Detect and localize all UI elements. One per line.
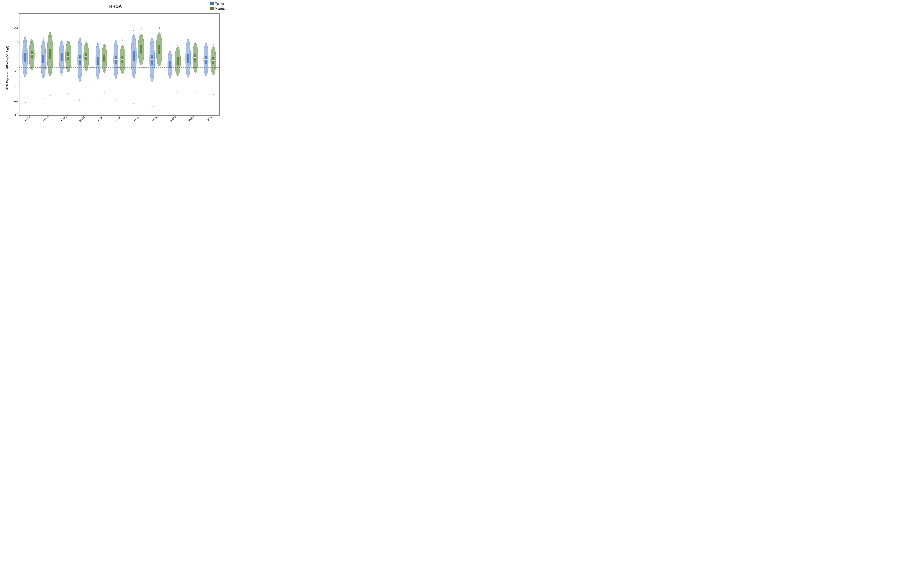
svg-point-95 — [133, 101, 134, 102]
legend-normal: Normal — [210, 7, 225, 10]
violin-coad-tumor — [59, 40, 64, 76]
svg-text:PRAD: PRAD — [170, 115, 177, 122]
svg-point-74 — [97, 99, 98, 100]
violin-ucec-tumor — [204, 42, 208, 100]
svg-text:13.0: 13.0 — [13, 70, 18, 73]
violin-prad-normal — [175, 45, 181, 93]
svg-point-125 — [188, 98, 189, 98]
svg-text:13.5: 13.5 — [13, 56, 18, 58]
svg-text:THCA: THCA — [188, 115, 195, 122]
svg-text:COAD: COAD — [60, 115, 68, 122]
violin-kich-tumor — [96, 43, 100, 100]
svg-point-35 — [25, 102, 26, 103]
violin-lusc-normal — [156, 27, 162, 66]
svg-text:12.5: 12.5 — [13, 85, 18, 87]
violin-hnsc-normal — [84, 42, 89, 71]
svg-text:12.0: 12.0 — [13, 99, 18, 102]
normal-color-box — [210, 7, 214, 10]
svg-point-120 — [177, 92, 178, 93]
svg-point-139 — [213, 44, 214, 45]
violin-blca-tumor — [23, 37, 27, 103]
violin-hnsc-tumor — [78, 37, 82, 101]
y-axis-label: mRNA Expression (RNASeq V2, log2) — [6, 53, 9, 91]
violin-kirc-tumor — [113, 40, 118, 100]
svg-point-119 — [177, 45, 178, 45]
plot-svg: 14.5 14.0 13.5 13.0 12.5 12.0 11.5 BLCA … — [13, 11, 225, 127]
svg-text:UCEC: UCEC — [206, 115, 213, 122]
svg-point-65 — [79, 98, 80, 98]
svg-point-60 — [68, 93, 69, 94]
violin-luad-normal — [138, 28, 144, 65]
svg-text:HNSC: HNSC — [79, 115, 86, 122]
svg-text:14.5: 14.5 — [13, 26, 18, 29]
svg-text:BRCA: BRCA — [42, 115, 49, 122]
svg-point-80 — [104, 92, 105, 93]
svg-text:LUSC: LUSC — [152, 115, 158, 122]
normal-label: Normal — [215, 7, 225, 10]
svg-text:KICH: KICH — [97, 116, 104, 122]
violin-lusc-tumor — [150, 37, 155, 110]
chart-container: RHOA Tumor Normal mRNA Expression (RNASe… — [0, 0, 231, 144]
violin-kirc-normal — [120, 40, 125, 74]
violin-kich-normal — [102, 44, 107, 93]
violin-thca-tumor — [186, 39, 191, 98]
violin-prad-tumor — [168, 45, 172, 89]
svg-point-44 — [43, 38, 44, 39]
svg-point-96 — [134, 103, 134, 104]
violin-group — [23, 27, 216, 110]
svg-rect-102 — [151, 55, 153, 65]
legend: Tumor Normal — [210, 2, 225, 10]
violin-blca-normal — [29, 39, 34, 70]
svg-point-55 — [61, 75, 62, 76]
svg-point-85 — [115, 99, 116, 100]
svg-text:11.5: 11.5 — [13, 114, 18, 116]
svg-point-110 — [159, 27, 160, 28]
chart-title: RHOA — [0, 4, 231, 9]
svg-point-130 — [195, 92, 196, 93]
violin-coad-normal — [65, 41, 71, 94]
svg-text:14.0: 14.0 — [13, 41, 18, 44]
svg-rect-62 — [79, 55, 81, 64]
svg-text:BLCA: BLCA — [24, 115, 31, 122]
violin-thca-normal — [193, 43, 198, 93]
svg-point-140 — [213, 94, 214, 95]
svg-point-34 — [25, 100, 26, 101]
svg-text:KIRC: KIRC — [115, 116, 122, 122]
tumor-label: Tumor — [215, 2, 224, 5]
tumor-color-box — [210, 2, 214, 5]
svg-rect-82 — [115, 56, 117, 64]
violin-brca-tumor — [41, 38, 46, 99]
svg-point-94 — [133, 31, 134, 31]
svg-point-115 — [170, 88, 170, 89]
svg-point-114 — [170, 45, 170, 45]
violin-luad-tumor — [131, 31, 136, 104]
svg-point-135 — [205, 99, 206, 100]
svg-rect-132 — [205, 56, 207, 64]
violin-ucec-normal — [211, 44, 216, 95]
violin-brca-normal — [47, 32, 53, 96]
legend-tumor: Tumor — [210, 2, 225, 5]
svg-point-45 — [43, 98, 44, 99]
svg-point-51 — [50, 95, 50, 96]
svg-point-105 — [152, 109, 152, 110]
svg-point-109 — [159, 28, 160, 29]
svg-point-43 — [43, 39, 44, 40]
svg-rect-72 — [97, 57, 99, 65]
svg-point-66 — [79, 100, 80, 101]
svg-point-100 — [141, 28, 142, 29]
svg-text:LUAD: LUAD — [134, 115, 141, 122]
svg-point-104 — [152, 106, 152, 107]
